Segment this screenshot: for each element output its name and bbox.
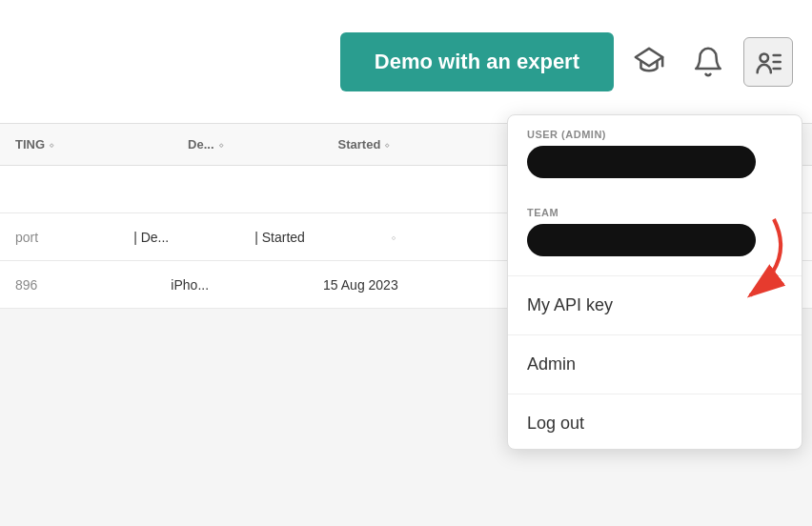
col-header-ting: TING ⬦: [15, 137, 54, 152]
cell-date: 15 Aug 2023: [323, 277, 398, 293]
menu-item-admin[interactable]: Admin: [508, 339, 802, 390]
bell-icon: [692, 46, 724, 78]
cell-port: port: [15, 230, 38, 245]
svg-point-2: [761, 53, 769, 62]
menu-item-logout[interactable]: Log out: [508, 398, 802, 449]
user-dropdown-menu: USER (ADMIN) TEAM My API key Admin Log o…: [507, 114, 802, 450]
graduation-cap-icon: [633, 46, 665, 78]
col-header-started: Started ⬦: [338, 137, 391, 152]
team-label: TEAM: [527, 207, 782, 218]
sort-icon-started: ⬦: [391, 232, 396, 242]
navbar: Demo with an expert: [0, 0, 812, 124]
team-name-redacted: [527, 224, 756, 256]
menu-item-api-key[interactable]: My API key: [508, 280, 802, 331]
cell-896: 896: [15, 277, 37, 293]
cell-ipho: iPho...: [171, 277, 209, 293]
user-menu-icon: [752, 46, 784, 78]
menu-divider: [508, 334, 802, 335]
col-header-de: De... ⬦: [188, 137, 223, 152]
menu-divider: [508, 275, 802, 276]
user-name-redacted: [527, 146, 756, 178]
dropdown-team-section: TEAM: [508, 193, 802, 272]
dropdown-user-section: USER (ADMIN): [508, 115, 802, 193]
user-menu-button[interactable]: [743, 37, 793, 87]
learn-button[interactable]: [625, 38, 673, 86]
demo-expert-button[interactable]: Demo with an expert: [340, 32, 614, 91]
user-admin-label: USER (ADMIN): [527, 129, 782, 140]
svg-marker-0: [636, 48, 662, 65]
cell-started: | Started: [254, 230, 305, 245]
menu-divider: [508, 394, 802, 394]
notifications-button[interactable]: [684, 38, 732, 86]
cell-de: | De...: [133, 230, 169, 245]
